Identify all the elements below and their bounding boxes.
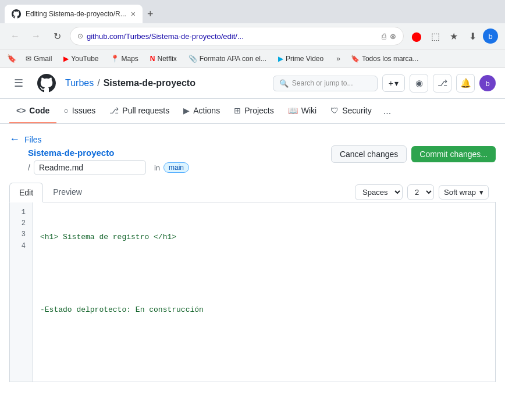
bookmark-formato-apa[interactable]: 📎 Formato APA con el... [184,53,271,65]
files-nav-link[interactable]: Files [24,135,42,144]
bookmark-all-bookmarks[interactable]: 🔖 Todos los marca... [346,53,423,65]
nav-projects-label: Projects [244,106,274,115]
branch-in-label: in [154,163,160,172]
bookmark-maps[interactable]: 📍 Maps [106,53,143,65]
issues-icon-button[interactable]: ◉ [410,74,428,92]
plus-icon: + [389,79,393,88]
path-separator: / [28,163,30,172]
tab-preview[interactable]: Preview [43,182,92,202]
back-button[interactable]: ← [7,28,23,44]
address-bar[interactable]: ⊙ github.com/Turbes/Sistema-de-proyecto/… [70,27,404,45]
netflix-icon: N [150,55,155,63]
indent-type-select[interactable]: Spaces [355,184,403,200]
pull-requests-nav-icon: ⎇ [109,106,119,115]
browser-chrome: Editing Sistema-de-proyecto/R... × + ← →… [0,0,505,68]
nav-actions-label: Actions [193,106,220,115]
browser-controls: ← → ↻ ⊙ github.com/Turbes/Sistema-de-pro… [0,23,505,49]
editor-actions: Cancel changes Commit changes... [331,145,496,163]
bookmark-prime-video-label: Prime Video [286,55,323,63]
nav-security-label: Security [342,106,372,115]
editor-tabs: Edit Preview Spaces 2 Soft wrap ▾ [9,182,496,202]
code-line-4 [40,340,488,353]
code-content[interactable]: <h1> Sistema de registro </h1> -Estado d… [33,202,495,382]
profile-icon[interactable]: ⬚ [427,28,443,44]
reload-button[interactable]: ↻ [49,28,65,44]
maps-icon: 📍 [111,55,119,63]
bookmarks-bar: 🔖 ✉ Gmail ▶ YouTube 📍 Maps N Netflix 📎 F… [0,49,505,67]
branch-badge: main [163,162,189,173]
line-number-1: 1 [10,207,33,218]
user-avatar[interactable]: b [479,75,496,91]
active-tab[interactable]: Editing Sistema-de-proyecto/R... × [5,5,143,23]
browser-account-avatar[interactable]: b [483,29,498,44]
github-header: ☰ Turbes / Sistema-de-proyecto 🔍 Search … [0,68,505,99]
nav-more-button[interactable]: ... [379,99,396,123]
bookmark-star-icon[interactable]: ★ [446,28,462,44]
tab-title: Editing Sistema-de-proyecto/R... [26,10,126,18]
tab-close-button[interactable]: × [131,9,136,19]
editor-left-header: ← Files Sistema-de-proyecto / in main [9,133,189,175]
nav-pull-requests-label: Pull requests [122,106,169,115]
create-new-button[interactable]: + ▾ [382,74,405,92]
breadcrumb-separator: / [97,78,99,88]
soft-wrap-toggle[interactable]: Soft wrap ▾ [439,185,489,200]
bookmark-gmail[interactable]: ✉ Gmail [21,53,56,65]
code-line-3: -Estado delprotecto: En construcción [40,304,488,316]
download-icon[interactable]: ⬇ [464,28,481,44]
nav-item-issues[interactable]: ○ Issues [56,99,102,123]
url-text: github.com/Turbes/Sistema-de-proyecto/ed… [87,32,378,41]
nav-item-projects[interactable]: ⊞ Projects [227,99,281,123]
editor-header-row: ← Files Sistema-de-proyecto / in main Ca… [9,133,496,175]
bookmark-prime-video[interactable]: ▶ Prime Video [273,53,328,65]
nav-item-code[interactable]: <> Code [9,99,56,123]
gmail-icon: ✉ [26,55,31,63]
youtube-icon: ▶ [63,55,69,63]
cancel-changes-button[interactable]: Cancel changes [331,145,407,163]
commit-changes-button[interactable]: Commit changes... [411,146,496,162]
cast-icon: ⎙ [382,32,386,41]
nav-item-security[interactable]: 🛡 Security [323,99,379,123]
line-numbers: 1 2 3 4 [10,202,33,382]
chevron-down-icon: ▾ [394,79,399,88]
wiki-nav-icon: 📖 [288,106,298,115]
formato-apa-icon: 📎 [189,55,197,63]
pull-requests-icon-button[interactable]: ⎇ [433,74,451,92]
bookmark-youtube-label: YouTube [71,55,98,63]
project-name-link[interactable]: Sistema-de-proyecto [28,148,114,158]
file-name-input[interactable] [34,160,146,175]
code-editor[interactable]: 1 2 3 4 <h1> Sistema de registro </h1> -… [9,202,496,382]
toolbar-icons: ⬤ ⬚ ★ ⬇ b [408,28,498,44]
line-number-3: 3 [10,229,33,240]
branch-info: in main [154,162,189,173]
bookmark-youtube[interactable]: ▶ YouTube [59,53,103,65]
breadcrumb-user-link[interactable]: Turbes [65,78,94,88]
new-tab-button[interactable]: + [143,6,158,23]
bookmark-maps-label: Maps [122,55,138,63]
bookmark-netflix[interactable]: N Netflix [145,53,182,65]
nav-item-pull-requests[interactable]: ⎇ Pull requests [102,99,176,123]
github-header-actions: 🔍 Search or jump to... + ▾ ◉ ⎇ 🔔 b [273,74,496,92]
nav-item-wiki[interactable]: 📖 Wiki [281,99,323,123]
back-arrow-icon[interactable]: ← [9,133,20,145]
all-bookmarks-icon: 🔖 [351,55,360,63]
prime-video-icon: ▶ [278,55,283,63]
extensions-button[interactable]: ⬤ [408,28,425,44]
actions-nav-icon: ▶ [183,106,190,115]
nav-item-actions[interactable]: ▶ Actions [176,99,227,123]
nav-issues-label: Issues [72,106,95,115]
forward-button[interactable]: → [28,28,44,44]
breadcrumb-repo: Sistema-de-proyecto [104,78,195,88]
tab-edit[interactable]: Edit [9,183,43,202]
code-line-2 [40,268,488,280]
bookmark-gmail-label: Gmail [34,55,52,63]
indent-size-select[interactable]: 2 [407,184,434,200]
bookmarks-more-button[interactable]: » [333,53,344,65]
search-button[interactable]: 🔍 Search or jump to... [273,76,378,91]
hamburger-menu-button[interactable]: ☰ [9,74,28,92]
bookmark-formato-apa-label: Formato APA con el... [200,55,266,63]
line-number-4: 4 [10,241,33,252]
lock-icon: ⊙ [77,32,83,40]
search-placeholder: Search or jump to... [292,79,353,87]
github-nav: <> Code ○ Issues ⎇ Pull requests ▶ Actio… [0,99,505,124]
notifications-icon-button[interactable]: 🔔 [456,74,475,92]
